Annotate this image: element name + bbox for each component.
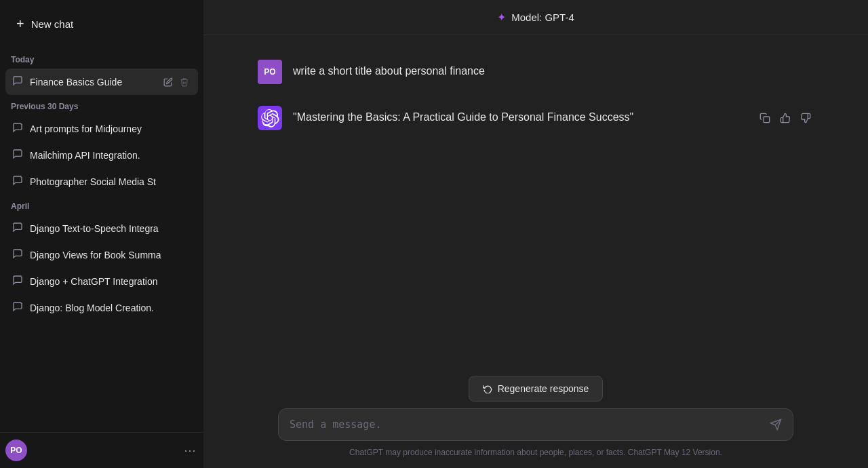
sidebar-nav: Today Finance Basics Guide Previous 30 D… (0, 48, 203, 432)
section-today: Today (5, 48, 198, 69)
sidebar-item-label: Photographer Social Media St (30, 176, 191, 187)
sidebar-item-label: Django + ChatGPT Integration (30, 276, 191, 287)
sidebar-item-label: Django Text-to-Speech Integra (30, 223, 191, 234)
svg-rect-0 (764, 117, 770, 123)
sidebar-item-django-tts[interactable]: Django Text-to-Speech Integra (5, 215, 198, 241)
regenerate-button[interactable]: Regenerate response (469, 376, 604, 402)
user-avatar-msg: PO (258, 60, 282, 84)
sidebar: + New chat Today Finance Basics Guide Pr… (0, 0, 203, 468)
gpt-message-1: "Mastering the Basics: A Practical Guide… (203, 95, 868, 141)
user-avatar: PO (5, 440, 27, 461)
sidebar-item-django-blog[interactable]: Django: Blog Model Creation. (5, 294, 198, 321)
chat-bubble-icon (12, 248, 23, 261)
model-sparkle-icon: ✦ (497, 11, 506, 24)
chat-item-actions (161, 76, 191, 88)
chat-bubble-icon (12, 122, 23, 135)
new-chat-label: New chat (31, 18, 74, 30)
model-label: Model: GPT-4 (511, 12, 574, 23)
send-button[interactable] (770, 418, 782, 431)
edit-chat-button[interactable] (161, 76, 175, 88)
sidebar-item-label: Django Views for Book Summa (30, 250, 191, 260)
disclaimer-text: ChatGPT may produce inaccurate informati… (349, 448, 722, 457)
main-chat-area: ✦ Model: GPT-4 PO write a short title ab… (203, 0, 868, 468)
message-input-wrapper (278, 408, 793, 442)
sidebar-item-mailchimp[interactable]: Mailchimp API Integration. (5, 142, 198, 168)
user-message-1: PO write a short title about personal fi… (203, 49, 868, 95)
copy-button[interactable] (757, 110, 773, 126)
delete-chat-button[interactable] (178, 76, 191, 88)
thumbs-down-button[interactable] (797, 110, 814, 126)
sidebar-item-django-views[interactable]: Django Views for Book Summa (5, 241, 198, 268)
sidebar-item-label: Finance Basics Guide (30, 77, 155, 87)
plus-icon: + (16, 16, 24, 32)
regenerate-label: Regenerate response (498, 383, 589, 394)
chat-bubble-icon (12, 175, 23, 188)
chat-bubble-icon (12, 301, 23, 314)
sidebar-item-photographer[interactable]: Photographer Social Media St (5, 168, 198, 195)
section-prev30: Previous 30 Days (5, 95, 198, 115)
chat-bubble-icon (12, 75, 23, 88)
thumbs-up-button[interactable] (777, 110, 793, 126)
chat-bubble-icon (12, 275, 23, 288)
chat-header: ✦ Model: GPT-4 (203, 0, 868, 35)
sidebar-item-label: Mailchimp API Integration. (30, 150, 191, 161)
gpt-avatar-msg (258, 106, 282, 130)
section-april: April (5, 195, 198, 215)
chat-input-area: Regenerate response ChatGPT may produce … (203, 365, 868, 469)
sidebar-user-area[interactable]: PO ⋯ (0, 432, 203, 468)
gpt-message-actions (757, 106, 814, 126)
messages-area: PO write a short title about personal fi… (203, 35, 868, 365)
sidebar-item-label: Django: Blog Model Creation. (30, 303, 191, 313)
message-input[interactable] (290, 417, 763, 433)
sidebar-item-django-chatgpt[interactable]: Django + ChatGPT Integration (5, 268, 198, 294)
chat-bubble-icon (12, 222, 23, 235)
sidebar-item-art-prompts[interactable]: Art prompts for Midjourney (5, 115, 198, 142)
sidebar-item-finance-basics[interactable]: Finance Basics Guide (5, 69, 198, 95)
chat-bubble-icon (12, 149, 23, 161)
new-chat-button[interactable]: + New chat (5, 7, 198, 41)
sidebar-item-label: Art prompts for Midjourney (30, 123, 191, 134)
user-message-content: write a short title about personal finan… (293, 60, 814, 80)
gpt-message-content: "Mastering the Basics: A Practical Guide… (293, 106, 746, 126)
sidebar-more-button[interactable]: ⋯ (182, 442, 198, 459)
